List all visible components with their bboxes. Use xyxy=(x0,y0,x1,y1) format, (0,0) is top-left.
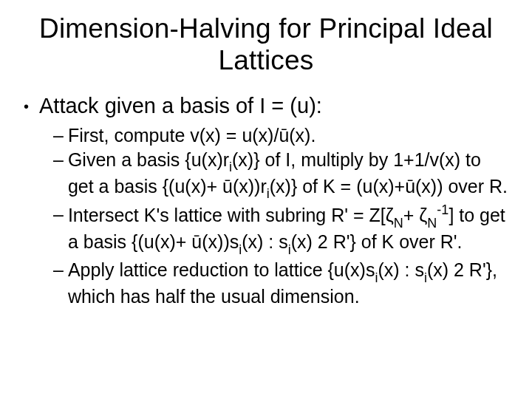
bullet-level2-text: Given a basis {u(x)ri(x)} of I, multiply… xyxy=(68,149,511,202)
slide-title: Dimension-Halving for Principal Ideal La… xyxy=(21,13,511,76)
subscript: i xyxy=(229,160,232,174)
text-frag: (x) xyxy=(291,231,318,252)
subscript: N xyxy=(394,216,403,231)
slide: Dimension-Halving for Principal Ideal La… xyxy=(0,0,532,324)
element-of-symbol: 2 xyxy=(454,259,464,280)
text-frag: (x)} of K = (u(x)+ū(x)) over R. xyxy=(270,176,508,197)
dash-icon: – xyxy=(53,149,64,171)
subscript: N xyxy=(427,216,437,231)
text-frag: ): xyxy=(309,94,322,117)
bullet-level2: – Apply lattice reduction to lattice {u(… xyxy=(21,259,511,307)
text-frag: Intersect K's lattice with subring R' = … xyxy=(68,205,394,225)
text-frag: u(x)/ū(x). xyxy=(242,125,316,146)
subscript: i xyxy=(267,186,270,201)
text-frag: First, compute v(x) = xyxy=(68,125,242,146)
bullet-dot-icon: • xyxy=(24,99,29,114)
text-frag: u xyxy=(297,94,309,117)
dash-icon: – xyxy=(53,203,64,226)
text-frag: Given a basis {u(x)r xyxy=(68,149,229,170)
dash-icon: – xyxy=(53,259,64,282)
bullet-level1-text: Attack given a basis of I = (u): xyxy=(39,94,322,118)
text-frag: Attack given a basis of I = ( xyxy=(39,94,297,117)
bullet-level2-text: Apply lattice reduction to lattice {u(x)… xyxy=(68,259,511,307)
text-frag: (x) xyxy=(427,259,454,280)
subscript: i xyxy=(424,270,427,285)
bullet-level2: – First, compute v(x) = u(x)/ū(x). xyxy=(21,124,511,147)
text-frag: + ζ xyxy=(403,205,428,225)
bullet-level1: • Attack given a basis of I = (u): xyxy=(21,94,511,118)
superscript: -1 xyxy=(437,202,449,217)
bullet-level2: – Given a basis {u(x)ri(x)} of I, multip… xyxy=(21,149,511,202)
dash-icon: – xyxy=(53,124,64,147)
text-frag: (x) : s xyxy=(378,259,424,280)
bullet-level2-text: First, compute v(x) = u(x)/ū(x). xyxy=(68,124,511,147)
subscript: i xyxy=(375,270,378,285)
subscript: i xyxy=(239,242,242,257)
subscript: i xyxy=(288,242,291,257)
bullet-level2: – Intersect K's lattice with subring R' … xyxy=(21,203,511,257)
bullet-level2-text: Intersect K's lattice with subring R' = … xyxy=(68,203,511,257)
element-of-symbol: 2 xyxy=(318,231,328,252)
text-frag: R'} of K over R'. xyxy=(328,231,463,252)
text-frag: (x) : s xyxy=(242,231,288,252)
text-frag: Apply lattice reduction to lattice {u(x)… xyxy=(68,259,375,280)
